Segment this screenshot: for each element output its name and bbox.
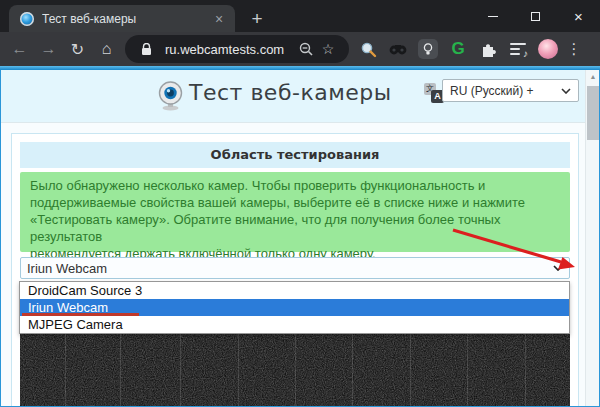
maximize-icon: [531, 12, 540, 21]
section-header: Область тестирования: [20, 142, 570, 168]
dropdown-option[interactable]: MJPEG Camera: [20, 316, 569, 333]
chevron-down-icon: [553, 265, 563, 271]
page-title: Тест веб-камеры: [189, 80, 392, 105]
home-icon[interactable]: ⌂: [92, 35, 121, 63]
lock-icon: [135, 43, 157, 56]
language-selector[interactable]: RU (Русский) +: [442, 79, 579, 102]
reload-icon[interactable]: ↻: [63, 35, 92, 63]
minimize-icon: [488, 16, 498, 17]
webcam-logo-icon: [157, 81, 184, 111]
media-list-glyph: ♪: [510, 42, 526, 56]
bookmark-star-icon[interactable]: ☆: [317, 41, 339, 57]
puzzle-extensions-icon[interactable]: [475, 36, 501, 62]
close-window-button[interactable]: ×: [557, 0, 600, 32]
alert-line: «Тестировать камеру». Обратите внимание,…: [30, 211, 560, 245]
new-tab-button[interactable]: +: [245, 7, 269, 31]
chrome-menu-icon[interactable]: ⋮: [565, 36, 583, 62]
maximize-button[interactable]: [514, 0, 557, 32]
webcam-video-preview: [20, 334, 570, 406]
scrollbar-up-icon[interactable]: ▲: [586, 70, 599, 84]
avatar-image: [538, 39, 558, 59]
forward-icon[interactable]: →: [34, 35, 63, 63]
static-noise-image: [20, 334, 570, 406]
multi-camera-alert: Было обнаружено несколько камер. Чтобы п…: [20, 172, 570, 252]
media-control-icon[interactable]: ♪: [505, 36, 531, 62]
profile-avatar[interactable]: [535, 36, 561, 62]
webcam-favicon-icon: [20, 12, 34, 26]
page-scrollbar[interactable]: ▲: [585, 70, 599, 406]
page-viewport: Тест веб-камеры 文 A RU (Русский) + Облас…: [1, 70, 599, 406]
extensions-area: G ♪ ⋮: [355, 36, 583, 62]
lightbulb-box: [418, 39, 438, 59]
camera-select[interactable]: Iriun Webcam: [20, 257, 570, 279]
browser-toolbar: ← → ↻ ⌂ ru.webcamtests.com ☆: [0, 32, 600, 66]
testing-card: Область тестирования Было обнаружено нес…: [11, 133, 579, 406]
tab-strip: Тест веб-камеры × + ×: [0, 0, 600, 32]
search-extension-icon[interactable]: [355, 36, 381, 62]
binoculars-extension-icon[interactable]: [385, 36, 411, 62]
back-icon[interactable]: ←: [5, 35, 34, 63]
chevron-down-icon: [561, 88, 571, 94]
browser-window: Тест веб-камеры × + × ← → ↻ ⌂ ru.webcamt…: [0, 0, 600, 407]
address-bar[interactable]: ru.webcamtests.com ☆: [125, 35, 349, 63]
lightbulb-extension-icon[interactable]: [415, 36, 441, 62]
window-controls: ×: [471, 0, 600, 32]
language-selected-value: RU (Русский) +: [450, 84, 561, 98]
alert-line: Было обнаружено несколько камер. Чтобы п…: [30, 177, 560, 194]
grammarly-extension-icon[interactable]: G: [445, 36, 471, 62]
minimize-button[interactable]: [471, 0, 514, 32]
page-content: Область тестирования Было обнаружено нес…: [1, 122, 599, 406]
music-note-icon: ♪: [523, 48, 528, 59]
tab-title: Тест веб-камеры: [42, 12, 211, 26]
close-tab-icon[interactable]: ×: [211, 11, 227, 27]
dropdown-option[interactable]: DroidCam Source 3: [20, 282, 569, 299]
translate-icon[interactable]: 文 A: [424, 83, 444, 103]
url-text[interactable]: ru.webcamtests.com: [165, 42, 284, 57]
camera-select-value: Iriun Webcam: [27, 261, 553, 276]
camera-dropdown-list: DroidCam Source 3 Iriun Webcam MJPEG Cam…: [19, 281, 570, 334]
browser-tab[interactable]: Тест веб-камеры ×: [9, 5, 235, 32]
zoom-out-icon[interactable]: [295, 42, 317, 57]
alert-line: поддерживаемые свойства вашей камеры, вы…: [30, 194, 560, 211]
site-header: Тест веб-камеры 文 A RU (Русский) +: [1, 70, 599, 122]
scrollbar-thumb[interactable]: [587, 86, 599, 140]
dropdown-option-selected[interactable]: Iriun Webcam: [20, 299, 569, 316]
